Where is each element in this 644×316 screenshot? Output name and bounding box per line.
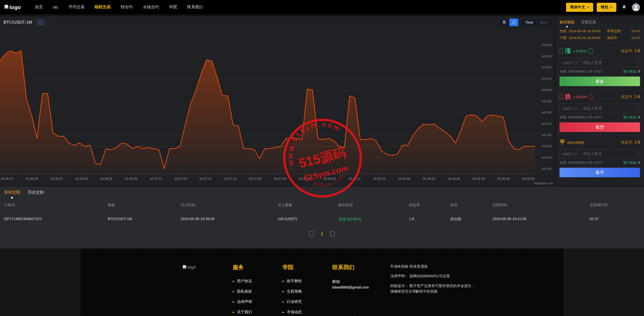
contact-email[interactable]: bitwell888@gmail.com [332, 285, 390, 290]
price-area-chart[interactable] [0, 30, 535, 174]
orders-table-header: 订单号期权买入时间买入数量购买类型收益率状态交割时间交割倒计时 [0, 203, 644, 207]
top-navbar: logo 首页otc币币交易期权交易秒合约永续合约学院联系我们 简体中文 ▼ 钱… [0, 0, 644, 14]
buy-fall-button[interactable]: 看空 [559, 122, 640, 132]
rate-value: 1.6 [634, 94, 640, 99]
rate-value: 1.6 [634, 49, 640, 53]
footer-link-label: 法律声明 [237, 299, 252, 304]
symbol-select-button[interactable] [35, 19, 46, 26]
buy-rise-button[interactable]: 看多 [559, 77, 640, 86]
chart-toolbar: BTC/USDT-1M 黑 Time More [0, 16, 555, 28]
currency-select-value: USDT [562, 61, 573, 65]
rate-value: 1.6 [634, 140, 640, 145]
theme-light-option[interactable] [509, 19, 518, 26]
user-avatar[interactable] [632, 3, 640, 11]
currency-select[interactable]: USDT [560, 104, 579, 113]
x-tick-label: 18:38:38 [447, 177, 460, 181]
tab-buy-options[interactable]: 购买期权 [559, 20, 575, 25]
flat-title: 平 [559, 138, 565, 146]
prev-page-icon[interactable] [309, 231, 313, 237]
tab-settlement-records[interactable]: 交割记录 [581, 20, 596, 25]
order-cell: 1.6 [409, 217, 450, 222]
y-tick-label: 64 560 [542, 133, 552, 137]
footer-link-交易策略[interactable]: ▶交易策略 [283, 289, 332, 294]
footer-link-市场动态[interactable]: ▶市场动态 [283, 310, 332, 314]
footer-link-label: 行业研究 [287, 299, 302, 304]
nav-item-联系我们[interactable]: 联系我们 [187, 5, 203, 10]
footer-column-title: 学院 [283, 264, 332, 271]
notification-bell-icon[interactable] [621, 5, 627, 10]
footer-link-新手教程[interactable]: ▶新手教程 [283, 279, 332, 284]
rise-section: 涨 ≥ 0.05% 收益率 1.6 USDT USDT 余额: 93663585… [555, 44, 644, 89]
select-caret-icon [574, 152, 577, 156]
nav-item-首页[interactable]: 首页 [35, 5, 43, 10]
order-cell: 01:47 [590, 217, 640, 222]
missing-glyph-icon [513, 21, 515, 24]
arrow-right-icon: ▶ [283, 290, 284, 293]
arrow-right-icon: ▶ [233, 290, 234, 293]
disclaimer-line: 市场有风险 投资需谨慎 [390, 264, 478, 269]
orders-section: 等待交割 历史交割 订单号期权买入时间买入数量购买类型收益率状态交割时间交割倒计… [0, 186, 644, 249]
x-tick-label: 18:38:55 [522, 177, 535, 181]
expected-profit: 预计收益: 0 [623, 115, 640, 120]
y-tick-label: 64 630 [542, 54, 552, 58]
language-button-label: 简体中文 [570, 5, 585, 10]
tab-history-settlement[interactable]: 历史交割 [28, 190, 44, 195]
unit-suffix: USDT [637, 58, 640, 67]
currency-select[interactable]: USDT [560, 58, 579, 67]
footer-link-label: 新手教程 [287, 279, 302, 284]
language-button[interactable]: 简体中文 ▼ [566, 3, 593, 12]
tab-more[interactable]: More [537, 19, 551, 26]
footer-link-关于我们[interactable]: ▶关于我们 [233, 310, 283, 314]
expected-profit: 预计收益: 0 [623, 69, 640, 74]
fall-arrow-icon [589, 94, 592, 99]
arrow-right-icon: ▶ [283, 280, 284, 283]
logo[interactable]: logo [4, 4, 21, 10]
footer-link-行业研究[interactable]: ▶行业研究 [283, 299, 332, 304]
current-page[interactable]: 1 [321, 232, 323, 236]
y-tick-label: 64 550 [542, 144, 552, 148]
column-header: 交割倒计时 [590, 203, 640, 207]
nav-item-学院[interactable]: 学院 [169, 5, 177, 10]
next-page-icon[interactable] [331, 231, 335, 237]
wallet-button[interactable]: 钱包 ▼ [597, 3, 616, 12]
nav-item-币币交易[interactable]: 币币交易 [68, 5, 85, 10]
nav-item-期权交易[interactable]: 期权交易 [95, 5, 111, 10]
rise-amount-input[interactable] [579, 58, 637, 67]
y-tick-label: 64 530 [542, 167, 552, 171]
currency-select[interactable]: USDT [560, 149, 579, 158]
x-tick-label: 18:37:21 [199, 177, 212, 181]
theme-dark-option[interactable]: 黑 [499, 19, 509, 26]
rise-arrow-icon [589, 49, 592, 53]
column-header: 订单号 [4, 203, 108, 207]
footer-link-法律声明[interactable]: ▶法律声明 [233, 299, 283, 304]
x-tick-label: 18:36:49 [25, 177, 38, 181]
tab-time[interactable]: Time [522, 19, 537, 26]
order-cell: BTC/USDT-1M [108, 217, 181, 222]
chart-panel: BTC/USDT-1M 黑 Time More [0, 16, 555, 186]
nav-item-otc[interactable]: otc [53, 5, 58, 10]
order-cell: 待交割 [450, 217, 493, 222]
footer-contact-column: 联系我们 邮箱: bitwell888@gmail.com [332, 264, 390, 316]
currency-select-value: USDT [562, 152, 573, 156]
chevron-down-icon: ▼ [587, 6, 589, 9]
footer-link-用户协议[interactable]: ▶用户协议 [233, 279, 283, 284]
column-header: 交割时间 [493, 203, 590, 207]
nav-item-秒合约[interactable]: 秒合约 [121, 5, 133, 10]
footer-link-隐私条款[interactable]: ▶隐私条款 [233, 289, 283, 294]
footer-logo: logo [182, 264, 233, 316]
x-tick-label: 18:38:12 [348, 177, 361, 181]
fall-amount-input[interactable] [579, 104, 637, 113]
footer-column-title: 服务 [233, 264, 283, 271]
chevron-down-icon: ▼ [610, 6, 612, 9]
next-label: 下期: [559, 36, 567, 40]
nav-item-永续合约[interactable]: 永续合约 [143, 5, 159, 10]
order-cell: 2024-05-06 18:39:09 [181, 217, 278, 222]
footer-column-title: 联系我们 [332, 264, 390, 271]
logo-broken-image-icon [182, 265, 187, 269]
flat-amount-input[interactable] [579, 149, 637, 158]
buy-flat-button[interactable]: 看平 [559, 168, 640, 177]
tab-waiting-settlement[interactable]: 等待交割 [4, 190, 20, 195]
rate-label: 收益率 [621, 49, 632, 53]
wallet-button-label: 钱包 [601, 5, 608, 10]
highcharts-credit[interactable]: Highcharts.com [534, 182, 553, 185]
